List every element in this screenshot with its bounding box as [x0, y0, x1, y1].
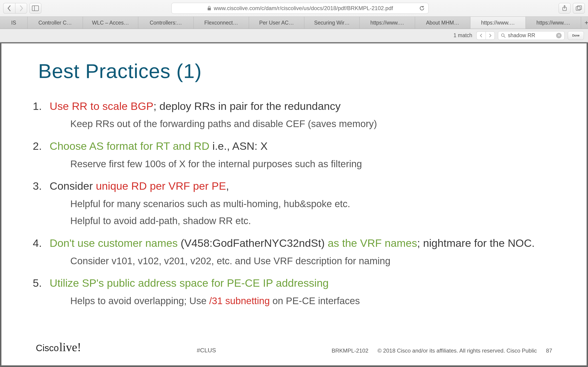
forward-button[interactable]	[15, 3, 27, 14]
pdf-viewport[interactable]: Best Practices (1) 1. Use RR to scale BG…	[0, 42, 588, 367]
tab-7[interactable]: https://www.…	[360, 17, 415, 29]
list-item: 2. Choose AS format for RT and RD i.e., …	[29, 139, 559, 170]
back-button[interactable]	[3, 3, 15, 14]
address-bar-wrap: www.ciscolive.com/c/dam/r/ciscolive/us/d…	[44, 3, 556, 14]
find-input[interactable]: shadow RR ✕	[498, 31, 565, 40]
tab-1[interactable]: Controller C…	[27, 17, 83, 29]
svg-rect-2	[208, 8, 211, 10]
lock-icon	[207, 6, 212, 11]
nav-back-forward	[3, 3, 27, 14]
tab-10[interactable]: https://www.…	[526, 17, 581, 29]
best-practices-list: 1. Use RR to scale BGP; deploy RRs in pa…	[29, 99, 559, 316]
url-text: www.ciscolive.com/c/dam/r/ciscolive/us/d…	[214, 5, 393, 11]
footer-hashtag: #CLUS	[197, 347, 216, 354]
svg-line-8	[504, 36, 505, 38]
footer-page-number: 87	[546, 348, 552, 354]
svg-rect-0	[32, 6, 39, 11]
pdf-page: Best Practices (1) 1. Use RR to scale BG…	[1, 43, 587, 365]
tabs-overview-button[interactable]	[573, 3, 585, 14]
tab-4[interactable]: Flexconnect…	[194, 17, 249, 29]
tab-0[interactable]: IS	[0, 17, 27, 29]
reload-icon[interactable]	[419, 6, 425, 11]
find-prev-button[interactable]	[476, 31, 485, 40]
list-item: 4. Don't use customer names (V458:GodFat…	[29, 236, 559, 267]
tab-2[interactable]: WLC – Acces…	[83, 17, 138, 29]
share-button[interactable]	[559, 3, 571, 14]
slide-title: Best Practices (1)	[38, 59, 559, 83]
search-icon	[501, 33, 506, 38]
tab-bar: IS Controller C… WLC – Acces… Controller…	[0, 17, 588, 29]
slide-footer: Ciscolive! #CLUS BRKMPL-2102 © 2018 Cisc…	[29, 340, 559, 356]
footer-copyright: © 2018 Cisco and/or its affiliates. All …	[378, 348, 537, 354]
svg-rect-5	[576, 7, 580, 10]
svg-point-7	[502, 34, 504, 36]
tab-9[interactable]: https://www.…	[470, 17, 526, 29]
tab-3[interactable]: Controllers:…	[138, 17, 194, 29]
clear-find-icon[interactable]: ✕	[556, 33, 562, 38]
find-query-text: shadow RR	[508, 32, 535, 39]
tab-8[interactable]: About MHM…	[415, 17, 470, 29]
address-bar[interactable]: www.ciscolive.com/c/dam/r/ciscolive/us/d…	[171, 3, 429, 14]
tab-5[interactable]: Per User AC…	[249, 17, 304, 29]
find-next-button[interactable]	[485, 31, 495, 40]
tab-6[interactable]: Securing Wir…	[304, 17, 360, 29]
list-item: 5. Utilize SP's public address space for…	[29, 276, 559, 307]
new-tab-button[interactable]: +	[581, 17, 588, 29]
footer-session-code: BRKMPL-2102	[332, 348, 368, 354]
find-bar: 1 match shadow RR ✕ Done	[0, 29, 588, 42]
toolbar: www.ciscolive.com/c/dam/r/ciscolive/us/d…	[0, 0, 588, 17]
find-done-button[interactable]: Done	[568, 31, 584, 40]
list-item: 3. Consider unique RD per VRF per PE, He…	[29, 179, 559, 227]
find-nav-group	[476, 31, 495, 40]
browser-chrome: www.ciscolive.com/c/dam/r/ciscolive/us/d…	[0, 0, 588, 42]
list-item: 1. Use RR to scale BGP; deploy RRs in pa…	[29, 99, 559, 131]
sidebar-toggle-button[interactable]	[29, 3, 41, 14]
find-match-count: 1 match	[453, 32, 472, 39]
svg-rect-6	[578, 6, 582, 9]
cisco-live-logo: Ciscolive!	[36, 340, 81, 354]
